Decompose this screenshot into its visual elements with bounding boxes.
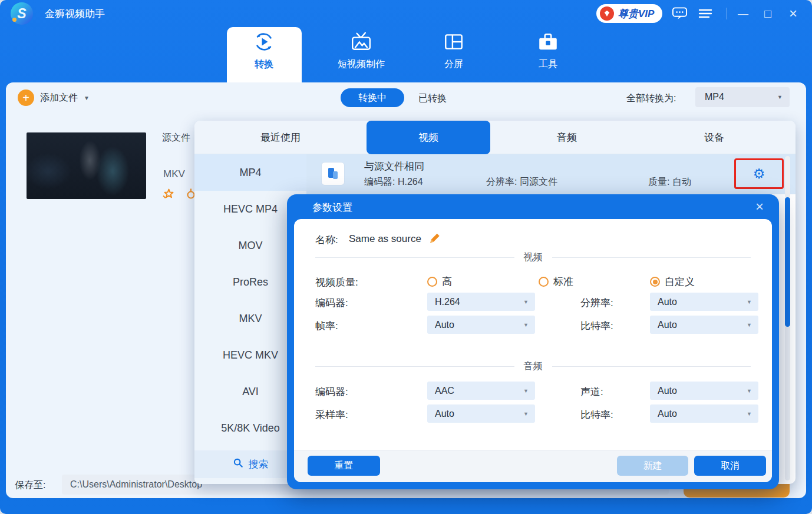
radio-quality-custom[interactable]: 自定义 [650,275,695,288]
radio-quality-standard[interactable]: 标准 [539,275,573,288]
video-quality-label: 视频质量: [315,276,358,289]
settings-modal: 参数设置 × 名称: Same as source 视频 视频质量: 高 标准 [287,194,779,489]
format-tab-device[interactable]: 设备 [643,121,785,154]
modal-title: 参数设置 [312,201,352,214]
radio-quality-custom-label: 自定义 [665,275,695,288]
titlebar-divider [727,8,727,19]
radio-icon [539,277,549,287]
modal-close-icon[interactable]: × [751,198,768,215]
save-path-value: C:\Users\Administrator\Desktop [70,479,202,490]
logo-letter: S [17,6,26,22]
gear-icon[interactable]: ⚙ [753,166,765,182]
video-bitrate-label: 比特率: [580,319,613,333]
radio-quality-high-label: 高 [442,275,452,288]
vip-label: 尊贵VIP [618,7,654,21]
chevron-down-icon: ▼ [523,388,529,394]
search-label: 搜索 [249,457,269,471]
tab-short-video-label: 短视频制作 [338,58,385,71]
video-thumbnail[interactable] [27,132,146,199]
audio-bitrate-value: Auto [658,409,677,419]
audio-encoder-select[interactable]: AAC ▼ [427,382,535,400]
vip-gem-icon [600,6,614,21]
format-file-icon [321,162,345,185]
convert-all-value: MP4 [705,92,724,102]
source-format-label: MKV [163,168,185,180]
chevron-down-icon: ▼ [747,388,752,394]
panel-scrollbar[interactable] [785,197,790,327]
resolution-select[interactable]: Auto ▼ [650,293,758,311]
samplerate-select[interactable]: Auto ▼ [427,404,535,423]
maximize-button[interactable]: □ [759,5,777,22]
chevron-down-icon: ▼ [747,299,752,305]
audio-bitrate-label: 比特率: [580,408,613,422]
format-tab-video[interactable]: 视频 [367,121,490,154]
video-section-heading: 视频 [315,251,751,264]
framerate-select[interactable]: Auto ▼ [427,316,535,334]
source-file-label: 源文件 [162,132,190,144]
format-tab-audio[interactable]: 音频 [490,121,643,154]
format-row-quality: 质量: 自动 [648,176,691,188]
video-encoder-select[interactable]: H.264 ▼ [427,293,535,311]
reset-button[interactable]: 重置 [308,456,380,476]
annotation-red-box: ⚙ [734,158,784,189]
channel-label: 声道: [580,385,603,399]
framerate-value: Auto [435,320,454,330]
tab-tools-label: 工具 [539,58,557,71]
new-button[interactable]: 新建 [617,456,688,476]
convert-all-select[interactable]: MP4 ▼ [695,87,790,107]
video-encoder-value: H.264 [435,297,460,307]
save-to-label: 保存至: [15,479,45,492]
chevron-down-icon: ▼ [747,322,752,328]
format-row-title: 与源文件相同 [364,160,424,173]
short-video-icon [350,31,372,53]
convert-all-label: 全部转换为: [626,92,676,105]
video-encoder-label: 编码器: [315,296,348,310]
channel-value: Auto [658,386,677,396]
feedback-icon[interactable] [671,6,688,21]
plus-icon: + [18,89,34,106]
chevron-down-icon: ▼ [523,411,529,417]
vip-badge[interactable]: 尊贵VIP [596,4,662,23]
chevron-down-icon: ▼ [777,94,783,100]
minimize-button[interactable]: — [734,5,752,22]
menu-hamburger-icon[interactable] [697,7,714,20]
channel-select[interactable]: Auto ▼ [650,382,758,400]
close-button[interactable]: × [784,5,802,22]
convert-icon [253,31,275,53]
video-bitrate-select[interactable]: Auto ▼ [650,316,758,334]
name-label: 名称: [315,233,338,247]
audio-section-heading: 音频 [315,360,751,373]
resolution-value: Auto [658,297,677,307]
audio-encoder-value: AAC [435,386,454,396]
file-row-actions [161,187,197,204]
radio-icon [427,277,437,287]
tab-convert-label: 转换 [255,58,273,71]
format-item-mp4[interactable]: MP4 [194,154,306,191]
tab-tools[interactable]: 工具 [501,31,595,71]
tab-short-video[interactable]: 短视频制作 [314,31,408,71]
modal-footer: 重置 新建 取消 [294,450,772,482]
audio-encoder-label: 编码器: [315,385,348,399]
chevron-down-icon: ▼ [523,322,529,328]
cancel-button[interactable]: 取消 [694,456,766,476]
search-icon [233,457,243,471]
tab-converting[interactable]: 转换中 [341,88,404,107]
format-row-encoder: 编码器: H.264 [364,176,423,188]
format-tab-recent[interactable]: 最近使用 [194,121,367,154]
tab-split-screen[interactable]: 分屏 [407,31,501,71]
tab-convert[interactable]: 转换 [217,31,311,71]
magic-star-icon[interactable] [161,187,176,204]
split-screen-icon [443,31,465,53]
add-files-button[interactable]: + 添加文件 ▼ [18,89,90,106]
resolution-label: 分辨率: [580,296,613,310]
chevron-down-icon: ▼ [747,411,752,417]
radio-icon [650,277,660,287]
chevron-down-icon: ▼ [523,299,529,305]
radio-quality-high[interactable]: 高 [427,275,452,288]
tab-converted[interactable]: 已转换 [418,92,447,105]
app-logo-icon: S [11,2,33,25]
audio-bitrate-select[interactable]: Auto ▼ [650,404,758,423]
edit-pencil-icon[interactable] [428,232,441,247]
format-row-resolution: 分辨率: 同源文件 [486,176,557,188]
panel-scroll-track [785,156,790,480]
